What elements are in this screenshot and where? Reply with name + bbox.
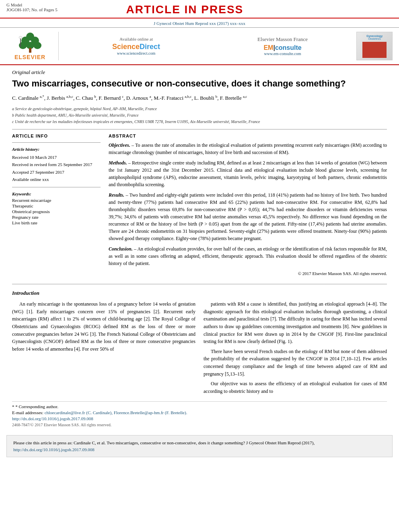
conclusion-text: – An etiological evaluation provides, fo… <box>109 246 387 266</box>
email1[interactable]: chloecardinale@live.fr (C. Cardinale), <box>45 410 113 415</box>
emconsulte-box: Elsevier Masson France EM|consulte www.e… <box>257 36 308 56</box>
journal-code-area: G Model JOGOH-107; No. of Pages 5 <box>6 2 58 12</box>
abstract-conclusion: Conclusion. – An etiological evaluation … <box>109 245 387 267</box>
consulte-text: consulte <box>275 44 302 51</box>
science-text: Science <box>112 43 140 51</box>
logo-area: ELSEVIER Available online at ScienceDire… <box>0 28 399 65</box>
results-label: Results. <box>109 192 124 198</box>
article-info-col: ARTICLE INFO Article history: Received 1… <box>12 134 101 280</box>
revised-date: Received in revised form 25 September 20… <box>12 161 101 168</box>
svg-point-9 <box>19 36 22 39</box>
available-online: Available online xxx <box>12 176 101 183</box>
keyword-1: Recurrent miscarriage <box>12 198 101 203</box>
svg-point-6 <box>33 42 41 49</box>
thumbnail-image: Gynecology Obstetrics <box>357 32 392 60</box>
doi-line: http://dx.doi.org/10.1016/j.jogoh.2017.0… <box>12 416 387 421</box>
corresponding-author-text: * Corresponding author. <box>15 404 58 409</box>
introduction-two-col: An early miscarriage is the spontaneous … <box>12 300 387 397</box>
journal-code: JOGOH-107; No. of Pages 5 <box>6 7 58 12</box>
article-info-heading: ARTICLE INFO <box>12 134 101 138</box>
article-title: Two miscarriages, consecutive or non-con… <box>12 78 387 90</box>
abstract-results: Results. – Two hundred and eighty-eight … <box>109 191 387 242</box>
available-text: Available online at <box>112 37 160 41</box>
elsevier-text: ELSEVIER <box>14 54 45 60</box>
article-in-press-title: ARTICLE IN PRESS <box>58 2 312 16</box>
abstract-copyright: © 2017 Elsevier Masson SAS. All rights r… <box>109 270 387 277</box>
citation-doi-link[interactable]: http://dx.doi.org/10.1016/j.jogoh.2017.0… <box>13 447 95 452</box>
section-divider <box>12 129 387 129</box>
introduction-section: Introduction An early miscarriage is the… <box>12 290 387 397</box>
keyword-3: Obstetrical prognosis <box>12 209 101 214</box>
intro-left-col: An early miscarriage is the spontaneous … <box>12 300 195 397</box>
intro-right-col: patients with RM a cause is identified, … <box>204 300 387 397</box>
accepted-date: Accepted 27 September 2017 <box>12 169 101 176</box>
top-banner: G Model JOGOH-107; No. of Pages 5 ARTICL… <box>0 0 399 18</box>
keyword-2: Therapeutic <box>12 203 101 208</box>
abstract-heading: ABSTRACT <box>109 134 387 138</box>
article-info-abstract-section: ARTICLE INFO Article history: Received 1… <box>12 134 387 280</box>
svg-rect-8 <box>20 37 21 47</box>
asterisk-label: * <box>12 404 15 409</box>
citation-box: Please cite this article in press as: Ca… <box>6 435 393 457</box>
svg-rect-7 <box>29 48 31 53</box>
footnote-area: * * Corresponding author. E-mail address… <box>12 401 387 427</box>
corresponding-author-note: * * Corresponding author. <box>12 404 387 409</box>
affiliation-a: a Service de gynécologie-obstétrique, gy… <box>12 106 387 112</box>
doi-link[interactable]: http://dx.doi.org/10.1016/j.jogoh.2017.0… <box>12 416 93 421</box>
direct-text: Direct <box>140 43 160 51</box>
keywords-label: Keywords: <box>12 191 101 196</box>
partner-logos: Available online at ScienceDirect www.sc… <box>64 32 356 60</box>
citation-text: Please cite this article in press as: Ca… <box>13 440 315 445</box>
elsevier-tree-icon <box>18 32 42 54</box>
abstract-col: ABSTRACT Objectives. – To assess the rat… <box>109 134 387 280</box>
sciencedirect-url[interactable]: www.sciencedirect.com <box>112 51 160 55</box>
em-consulte-logo: EM|consulte <box>257 44 308 51</box>
methods-label: Methods. <box>109 160 127 166</box>
author-list: C. Cardinale a,*, J. Berbis a,b,c, C. Ch… <box>12 95 247 101</box>
conclusion-label: Conclusion. <box>109 246 133 252</box>
intro-right-para2: There have been several French studies o… <box>204 348 387 378</box>
journal-citation: J Gynecol Obstet Hum Reprod xxx (2017) x… <box>154 21 245 26</box>
intro-right-para3: Our objective was to assess the efficien… <box>204 380 387 395</box>
received-date: Received 10 March 2017 <box>12 154 101 161</box>
intro-right-para1: patients with RM a cause is identified, … <box>204 300 387 345</box>
methods-text: – Retrospective single centre study incl… <box>109 160 387 187</box>
intro-left-para1: An early miscarriage is the spontaneous … <box>12 300 195 353</box>
article-type: Original article <box>12 69 387 76</box>
elsevier-masson-text: Elsevier Masson France <box>257 36 308 43</box>
body-divider <box>12 284 387 284</box>
issn-copyright: 2468-7847/© 2017 Elsevier Masson SAS. Al… <box>12 423 387 427</box>
sciencedirect-logo: ScienceDirect <box>112 43 160 51</box>
affiliation-c: c Unité de recherche sur les maladies in… <box>12 119 387 125</box>
history-label: Article history: <box>12 147 101 152</box>
journal-thumbnail: Gynecology Obstetrics <box>356 32 393 60</box>
em-consulte-url[interactable]: www.em-consulte.com <box>257 51 308 56</box>
abstract-objectives: Objectives. – To assess the rate of anom… <box>109 142 387 156</box>
keyword-4: Pregnancy rate <box>12 215 101 220</box>
email-label: E-mail addresses: <box>12 410 43 415</box>
elsevier-logo: ELSEVIER <box>6 32 59 60</box>
affiliations: a Service de gynécologie-obstétrique, gy… <box>12 106 387 125</box>
objectives-text: – To assess the rate of anomalies in the… <box>109 142 387 155</box>
introduction-title: Introduction <box>12 290 387 296</box>
objectives-label: Objectives. <box>109 142 130 148</box>
affiliation-b: b Public health department, AMU, Aix-Mar… <box>12 112 387 119</box>
email2[interactable]: Florence.Bretelle@ap-hm.fr (F. Bretelle)… <box>114 410 187 415</box>
keywords-divider <box>12 187 101 187</box>
sciencedirect-box: Available online at ScienceDirect www.sc… <box>112 37 160 55</box>
keyword-5: Live birth rate <box>12 220 101 225</box>
results-text: – Two hundred and eighty-eight patients … <box>109 192 387 241</box>
g-model-label: G Model <box>6 2 58 7</box>
em-text: EM <box>263 44 273 51</box>
email-line: E-mail addresses: chloecardinale@live.fr… <box>12 410 387 415</box>
journal-header: J Gynecol Obstet Hum Reprod xxx (2017) x… <box>0 18 399 28</box>
abstract-methods: Methods. – Retrospective single centre s… <box>109 159 387 188</box>
main-content: Original article Two miscarriages, conse… <box>0 65 399 431</box>
info-divider <box>12 142 101 143</box>
authors-line: C. Cardinale a,*, J. Berbis a,b,c, C. Ch… <box>12 94 387 103</box>
